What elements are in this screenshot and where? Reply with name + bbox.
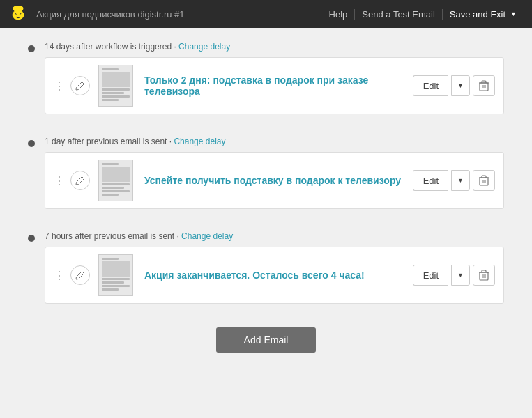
email-card: ⋮ xyxy=(45,57,504,114)
chevron-down-icon: ▼ xyxy=(457,272,464,279)
change-delay-link[interactable]: Change delay xyxy=(178,42,230,52)
delay-label: 7 hours after previous email is sent · C… xyxy=(45,231,504,241)
thumbnail-preview xyxy=(99,65,132,105)
change-delay-link[interactable]: Change delay xyxy=(181,231,233,241)
pencil-icon xyxy=(75,270,85,280)
edit-pencil-icon-circle[interactable] xyxy=(70,171,90,190)
thumbnail-line xyxy=(102,285,130,287)
chevron-down-icon: ▼ xyxy=(510,10,517,17)
email-thumbnail xyxy=(98,160,133,201)
thumbnail-line xyxy=(102,183,130,185)
card-actions: Edit ▼ xyxy=(413,265,495,286)
thumbnail-line xyxy=(102,281,124,284)
edit-pencil-icon-circle[interactable] xyxy=(70,76,90,95)
delete-button[interactable] xyxy=(473,170,495,191)
edit-button[interactable]: Edit xyxy=(413,75,448,96)
trash-icon xyxy=(479,80,489,91)
email-title[interactable]: Успейте получить подставку в подарок к т… xyxy=(144,175,404,186)
app-header: Акция для подписчиков digistr.ru #1 Help… xyxy=(0,0,532,28)
timeline-dot xyxy=(28,45,35,52)
add-email-container: Add Email xyxy=(28,327,504,353)
email-thumbnail xyxy=(98,254,133,296)
edit-dropdown-button[interactable]: ▼ xyxy=(451,265,470,286)
trash-icon xyxy=(479,175,489,186)
email-card: ⋮ xyxy=(45,152,504,209)
timeline-content: 7 hours after previous email is sent · C… xyxy=(45,231,504,320)
edit-button[interactable]: Edit xyxy=(413,170,448,191)
help-link[interactable]: Help xyxy=(322,9,356,20)
thumbnail-line xyxy=(102,92,124,94)
add-email-button[interactable]: Add Email xyxy=(216,327,317,353)
email-title[interactable]: Только 2 дня: подставка в подарок при за… xyxy=(144,75,404,97)
svg-point-4 xyxy=(14,6,17,10)
drag-handle[interactable]: ⋮ xyxy=(54,269,65,282)
mailchimp-logo xyxy=(8,4,28,24)
card-actions: Edit ▼ xyxy=(413,170,495,191)
thumbnail-image-area xyxy=(102,72,130,87)
send-test-email-link[interactable]: Send a Test Email xyxy=(355,9,443,20)
timeline-item: 1 day after previous email is sent · Cha… xyxy=(28,137,504,226)
drag-handle[interactable]: ⋮ xyxy=(54,79,65,93)
email-list: 14 days after workflow is triggered · Ch… xyxy=(28,42,504,320)
delay-label: 14 days after workflow is triggered · Ch… xyxy=(45,42,504,52)
thumbnail-line xyxy=(102,288,119,291)
edit-dropdown-button[interactable]: ▼ xyxy=(451,170,470,191)
email-title[interactable]: Акция заканчивается. Осталось всего 4 ча… xyxy=(144,270,404,281)
thumbnail-line xyxy=(102,190,130,192)
edit-button[interactable]: Edit xyxy=(413,265,448,286)
delete-button[interactable] xyxy=(473,265,495,286)
timeline-item: 7 hours after previous email is sent · C… xyxy=(28,231,504,320)
timeline-content: 14 days after workflow is triggered · Ch… xyxy=(45,42,504,131)
timeline-content: 1 day after previous email is sent · Cha… xyxy=(45,137,504,226)
thumbnail-line xyxy=(102,187,124,189)
timeline-dot xyxy=(28,140,35,147)
chevron-down-icon: ▼ xyxy=(457,177,464,184)
edit-pencil-icon-circle[interactable] xyxy=(70,265,90,285)
thumbnail-line xyxy=(102,163,119,165)
chevron-down-icon: ▼ xyxy=(457,82,464,89)
thumbnail-line xyxy=(102,258,119,260)
thumbnail-preview xyxy=(99,255,132,295)
thumbnail-line xyxy=(102,99,119,101)
pencil-icon xyxy=(75,81,85,91)
header-nav: Help Send a Test Email Save and Exit ▼ xyxy=(322,9,524,20)
delay-label: 1 day after previous email is sent · Cha… xyxy=(45,137,504,146)
svg-point-5 xyxy=(19,6,22,10)
thumbnail-image-area xyxy=(102,261,130,277)
edit-dropdown-button[interactable]: ▼ xyxy=(451,75,470,96)
delete-button[interactable] xyxy=(473,75,495,96)
change-delay-link[interactable]: Change delay xyxy=(174,137,225,146)
thumbnail-line xyxy=(102,194,119,196)
email-thumbnail xyxy=(98,65,133,107)
thumbnail-line xyxy=(102,95,130,98)
email-card: ⋮ xyxy=(45,247,504,304)
thumbnail-line xyxy=(102,88,130,91)
trash-icon xyxy=(479,270,489,281)
main-content: 14 days after workflow is triggered · Ch… xyxy=(0,28,532,418)
timeline-dot xyxy=(28,235,35,242)
drag-handle[interactable]: ⋮ xyxy=(54,174,65,187)
pencil-icon xyxy=(75,176,85,185)
campaign-title: Акция для подписчиков digistr.ru #1 xyxy=(36,9,322,20)
thumbnail-preview xyxy=(99,160,132,200)
save-exit-link[interactable]: Save and Exit ▼ xyxy=(443,9,524,20)
thumbnail-line xyxy=(102,68,119,70)
thumbnail-image-area xyxy=(102,167,130,182)
thumbnail-line xyxy=(102,278,130,280)
card-actions: Edit ▼ xyxy=(413,75,495,96)
timeline-item: 14 days after workflow is triggered · Ch… xyxy=(28,42,504,131)
